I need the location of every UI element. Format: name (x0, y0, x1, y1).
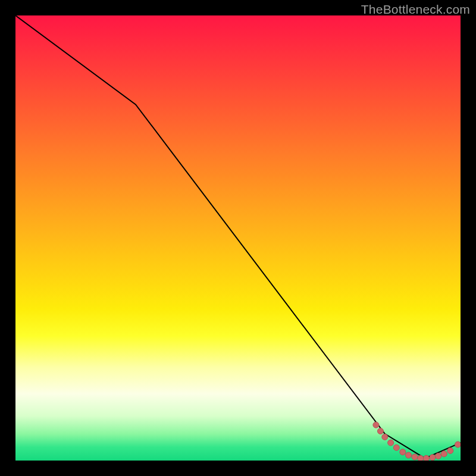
marker-dot (436, 453, 441, 459)
marker-dot (455, 441, 461, 447)
marker-dot (430, 455, 436, 461)
marker-dot (441, 451, 447, 457)
marker-dot (423, 455, 429, 461)
marker-dot (406, 452, 412, 458)
marker-dot (377, 428, 383, 434)
marker-dot (418, 455, 424, 461)
marker-dot (447, 448, 453, 454)
marker-dot (393, 444, 399, 450)
marker-dot (412, 454, 418, 460)
marker-dot (388, 440, 394, 446)
main-line (15, 15, 461, 458)
watermark-text: TheBottleneck.com (361, 2, 470, 17)
chart-svg (15, 15, 461, 461)
plot-area (15, 15, 461, 461)
marker-dot (382, 434, 388, 440)
marker-dot (400, 449, 406, 455)
chart-frame: TheBottleneck.com (0, 0, 476, 476)
curve-line (15, 15, 461, 458)
marker-dot (373, 422, 379, 428)
marker-group (373, 422, 461, 461)
